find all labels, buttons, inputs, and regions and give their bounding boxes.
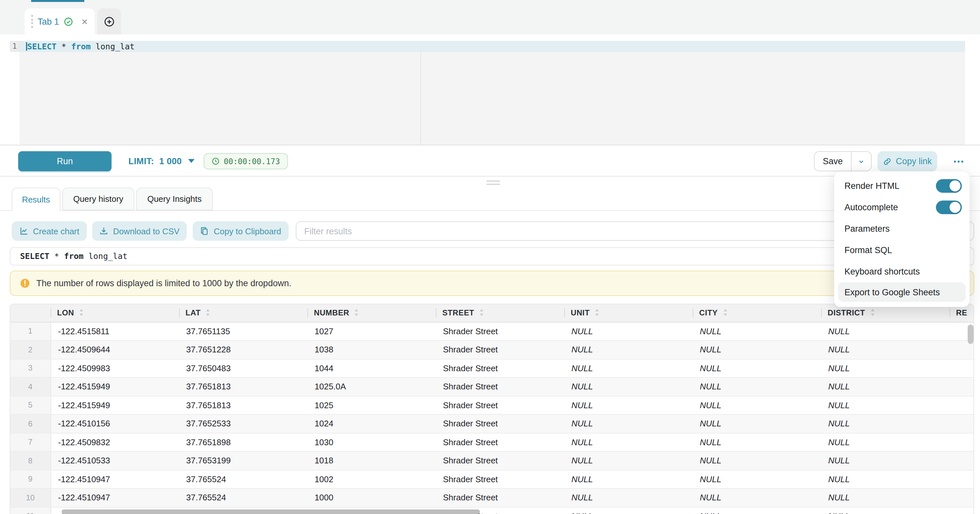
editor-active-line[interactable]: SELECT * from long_lat	[19, 41, 965, 52]
table-cell: NULL	[821, 507, 950, 514]
table-row[interactable]: 5-122.451594937.76518131025Shrader Stree…	[10, 396, 974, 414]
table-cell: Shrader Street	[436, 488, 564, 507]
autocomplete-toggle[interactable]	[936, 201, 962, 214]
table-row[interactable]: 1-122.451581137.76511351027Shrader Stree…	[10, 322, 974, 340]
table-cell: NULL	[564, 452, 693, 470]
table-row[interactable]: 2-122.450964437.76512281038Shrader Stree…	[10, 340, 974, 359]
table-cell	[950, 433, 974, 452]
save-button[interactable]: Save	[815, 152, 851, 171]
table-cell: 37.7650483	[179, 359, 307, 377]
tab-results[interactable]: Results	[12, 188, 60, 211]
table-cell: -122.4510947	[51, 470, 179, 488]
menu-item-parameters[interactable]: Parameters	[834, 218, 970, 239]
table-row[interactable]: 6-122.451015637.76525331024Shrader Stree…	[10, 414, 974, 433]
table-cell: 37.765524	[179, 488, 307, 507]
limit-dropdown[interactable]: LIMIT: 1 000	[129, 145, 195, 177]
tab-query-history[interactable]: Query history	[62, 188, 134, 210]
create-chart-button[interactable]: Create chart	[12, 221, 87, 241]
save-options-button[interactable]	[851, 152, 871, 171]
table-cell: NULL	[693, 322, 821, 340]
save-split-button: Save	[814, 151, 872, 171]
menu-item-keyboard-shortcuts[interactable]: Keyboard shortcuts	[834, 261, 970, 282]
more-options-button[interactable]	[948, 151, 969, 171]
menu-item-format-sql[interactable]: Format SQL	[834, 239, 970, 261]
table-cell: 1025	[307, 396, 436, 414]
table-cell: 37.7651135	[179, 322, 307, 340]
menu-item-export-google-sheets[interactable]: Export to Google Sheets	[838, 282, 966, 302]
table-cell: 37.7651898	[179, 433, 307, 452]
table-cell: -122.4509832	[51, 433, 179, 452]
table-cell: 1018	[307, 452, 436, 470]
table-row[interactable]: 3-122.450998337.76504831044Shrader Stree…	[10, 359, 974, 377]
download-csv-button[interactable]: Download to CSV	[92, 221, 187, 241]
table-row[interactable]: 8-122.451053337.76531991018Shrader Stree…	[10, 452, 974, 470]
table-cell: NULL	[564, 433, 693, 452]
close-tab-icon[interactable]	[80, 17, 89, 26]
new-tab-button[interactable]	[97, 8, 121, 34]
table-cell: NULL	[821, 322, 950, 340]
table-cell: 37.7651813	[179, 396, 307, 414]
copy-link-button[interactable]: Copy link	[878, 151, 937, 171]
sort-icon	[354, 309, 360, 316]
table-cell: 1038	[307, 340, 436, 359]
column-header-district[interactable]: DISTRICT	[821, 304, 950, 322]
horizontal-scrollbar-thumb[interactable]	[62, 509, 480, 514]
menu-item-render-html[interactable]: Render HTML	[834, 175, 970, 196]
table-cell	[950, 359, 974, 377]
render-html-toggle[interactable]	[936, 179, 962, 193]
run-button[interactable]: Run	[18, 151, 111, 171]
table-cell: NULL	[821, 452, 950, 470]
table-cell: 37.765524	[179, 470, 307, 488]
table-cell: NULL	[693, 414, 821, 433]
column-header-unit[interactable]: UNIT	[564, 304, 693, 322]
column-header-truncated[interactable]: RE	[950, 304, 974, 322]
limit-label: LIMIT:	[129, 156, 154, 166]
table-cell: NULL	[564, 507, 693, 514]
table-cell	[950, 452, 974, 470]
table-cell: -122.4515949	[51, 396, 179, 414]
table-row[interactable]: 4-122.451594937.76518131025.0AShrader St…	[10, 377, 974, 396]
table-row[interactable]: 9-122.451094737.7655241002Shrader Street…	[10, 470, 974, 488]
table-cell	[950, 507, 974, 514]
vertical-scrollbar-thumb[interactable]	[968, 324, 974, 344]
table-row[interactable]: 10-122.451094737.7655241000Shrader Stree…	[10, 488, 974, 507]
row-number-header	[10, 304, 51, 322]
table-cell: Shrader Street	[436, 470, 564, 488]
table-cell: 1024	[307, 414, 436, 433]
column-header-lon[interactable]: LON	[51, 304, 179, 322]
table-cell: -122.4510533	[51, 452, 179, 470]
table-cell: NULL	[693, 452, 821, 470]
table-cell: Shrader Street	[436, 452, 564, 470]
row-number: 3	[10, 359, 51, 377]
menu-item-autocomplete[interactable]: Autocomplete	[834, 196, 970, 218]
executed-query-text: SELECT * from long_lat	[10, 247, 974, 265]
sql-editor-app: Tab 1 1 SELECT * from long_lat Run LIMIT…	[0, 0, 980, 514]
clock-icon	[212, 157, 220, 166]
column-header-street[interactable]: STREET	[436, 304, 564, 322]
chevron-down-icon	[858, 157, 865, 165]
more-options-menu: Render HTML Autocomplete Parameters Form…	[834, 171, 970, 307]
copy-to-clipboard-button[interactable]: Copy to Clipboard	[192, 221, 289, 241]
pane-resize-handle[interactable]	[487, 180, 500, 186]
row-limit-warning: The number of rows displayed is limited …	[10, 271, 974, 296]
tab-query-insights[interactable]: Query Insights	[136, 188, 213, 210]
tab-drag-handle-icon[interactable]	[31, 15, 33, 28]
table-row[interactable]: 7-122.450983237.76518981030Shrader Stree…	[10, 433, 974, 452]
column-header-city[interactable]: CITY	[693, 304, 821, 322]
sql-editor[interactable]: 1 SELECT * from long_lat	[0, 34, 980, 145]
link-icon	[883, 157, 892, 166]
table-cell: -122.4510947	[51, 488, 179, 507]
editor-tab-1[interactable]: Tab 1	[25, 8, 95, 34]
editor-empty-area[interactable]	[19, 52, 965, 145]
row-number: 9	[10, 470, 51, 488]
table-cell: NULL	[693, 433, 821, 452]
column-header-lat[interactable]: LAT	[179, 304, 307, 322]
chart-icon	[19, 227, 28, 236]
column-header-number[interactable]: NUMBER	[307, 304, 436, 322]
results-tabs-divider	[0, 210, 980, 211]
table-cell: NULL	[564, 377, 693, 396]
limit-value: 1 000	[159, 156, 182, 166]
row-number: 6	[10, 414, 51, 433]
header-row: LON LAT NUMBER STREET UNIT CITY DISTRICT…	[10, 304, 974, 322]
query-duration: 00:00:00.173	[224, 157, 280, 166]
